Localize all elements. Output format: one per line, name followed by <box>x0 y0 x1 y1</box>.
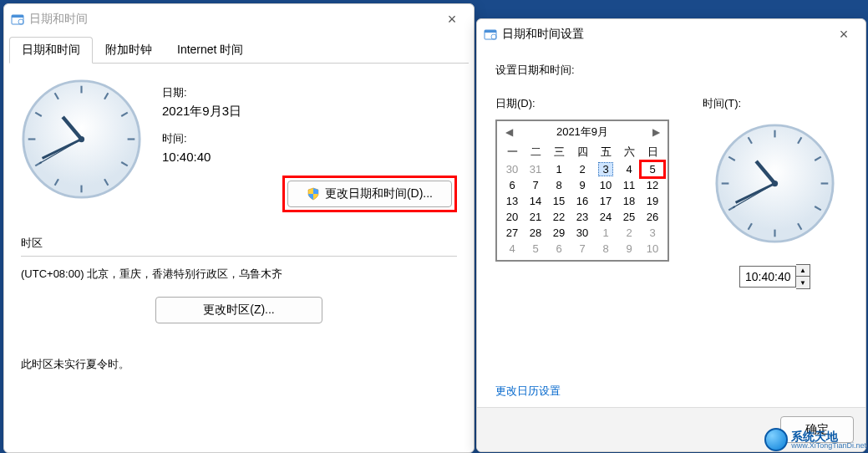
calendar-day[interactable]: 2 <box>617 225 641 241</box>
next-month-icon[interactable]: ▶ <box>649 126 662 138</box>
time-input[interactable] <box>739 266 796 288</box>
svg-rect-21 <box>485 30 496 33</box>
time-spinner: ▲ ▼ <box>739 264 810 289</box>
calendar-day[interactable]: 14 <box>524 193 547 209</box>
ok-button[interactable]: 确定 <box>780 416 854 443</box>
calendar-day[interactable]: 8 <box>547 177 571 193</box>
svg-point-39 <box>772 181 778 186</box>
calendar-day[interactable]: 5 <box>524 241 547 257</box>
calendar-day[interactable]: 4 <box>500 241 524 257</box>
titlebar: 日期和时间 × <box>4 4 474 34</box>
calendar-day[interactable]: 1 <box>594 225 617 241</box>
spin-down-icon[interactable]: ▼ <box>796 277 810 288</box>
calendar: ◀ 2021年9月 ▶ 一二三四五六日303112345678910111213… <box>495 120 669 262</box>
date-label: 日期: <box>162 85 457 100</box>
change-datetime-button[interactable]: 更改日期和时间(D)... <box>287 181 452 207</box>
calendar-day[interactable]: 2 <box>571 161 594 177</box>
dst-note: 此时区未实行夏令时。 <box>21 357 457 372</box>
calendar-day[interactable]: 10 <box>594 177 617 193</box>
calendar-day[interactable]: 17 <box>594 193 617 209</box>
calendar-day[interactable]: 28 <box>524 225 547 241</box>
calendar-day[interactable]: 16 <box>571 193 594 209</box>
spin-up-icon[interactable]: ▲ <box>796 265 810 277</box>
change-timezone-label: 更改时区(Z)... <box>203 303 275 318</box>
calendar-weekday-header: 三 <box>547 143 571 161</box>
calendar-day[interactable]: 7 <box>571 241 594 257</box>
tab-body: 日期: 2021年9月3日 时间: 10:40:40 更改日期和时间(D)... <box>4 64 474 387</box>
window-title: 日期和时间设置 <box>502 27 584 42</box>
calendar-day[interactable]: 5 <box>641 161 664 177</box>
time-label: 时间: <box>162 131 457 146</box>
timezone-label: 时区 <box>21 236 457 251</box>
close-icon[interactable]: × <box>437 4 467 34</box>
calendar-day[interactable]: 23 <box>571 209 594 225</box>
tab-datetime[interactable]: 日期和时间 <box>9 37 93 64</box>
change-timezone-button[interactable]: 更改时区(Z)... <box>155 297 322 323</box>
date-column-label: 日期(D): <box>495 96 674 111</box>
calendar-day[interactable]: 24 <box>594 209 617 225</box>
date-time-settings-window: 日期和时间设置 × 设置日期和时间: 日期(D): ◀ 2021年9月 ▶ 一二… <box>476 18 866 452</box>
calendar-weekday-header: 日 <box>641 143 664 161</box>
calendar-month: 2021年9月 <box>515 125 649 140</box>
timezone-value: (UTC+08:00) 北京，重庆，香港特别行政区，乌鲁木齐 <box>21 267 457 282</box>
set-datetime-label: 设置日期和时间: <box>495 63 847 78</box>
dialog-footer: 确定 <box>477 407 865 451</box>
calendar-day[interactable]: 3 <box>594 161 617 177</box>
svg-point-19 <box>79 136 84 142</box>
calendar-day[interactable]: 18 <box>617 193 641 209</box>
calendar-day[interactable]: 3 <box>641 225 664 241</box>
calendar-day[interactable]: 30 <box>571 225 594 241</box>
change-calendar-settings-link[interactable]: 更改日历设置 <box>495 350 847 399</box>
time-value: 10:40:40 <box>162 150 457 164</box>
tab-additional-clocks[interactable]: 附加时钟 <box>93 37 165 64</box>
calendar-day[interactable]: 12 <box>641 177 664 193</box>
ok-label: 确定 <box>805 422 829 437</box>
calendar-weekday-header: 二 <box>524 143 547 161</box>
calendar-day[interactable]: 9 <box>571 177 594 193</box>
calendar-day[interactable]: 7 <box>524 177 547 193</box>
calendar-weekday-header: 五 <box>594 143 617 161</box>
analog-clock <box>714 123 835 244</box>
calendar-day[interactable]: 31 <box>524 161 547 177</box>
calendar-day[interactable]: 15 <box>547 193 571 209</box>
highlight-frame: 更改日期和时间(D)... <box>282 176 457 212</box>
svg-rect-1 <box>12 15 23 18</box>
time-column-label: 时间(T): <box>703 96 741 111</box>
window-title: 日期和时间 <box>29 12 88 27</box>
calendar-day[interactable]: 11 <box>617 177 641 193</box>
calendar-day[interactable]: 13 <box>500 193 524 209</box>
close-icon[interactable]: × <box>829 19 859 49</box>
calendar-day[interactable]: 9 <box>617 241 641 257</box>
calendar-day[interactable]: 30 <box>500 161 524 177</box>
shield-icon <box>307 187 320 201</box>
svg-point-2 <box>18 19 23 24</box>
prev-month-icon[interactable]: ◀ <box>502 126 515 138</box>
calendar-day[interactable]: 6 <box>500 177 524 193</box>
calendar-day[interactable]: 25 <box>617 209 641 225</box>
calendar-weekday-header: 一 <box>500 143 524 161</box>
date-value: 2021年9月3日 <box>162 104 457 120</box>
app-icon <box>11 13 24 26</box>
calendar-day[interactable]: 20 <box>500 209 524 225</box>
calendar-day[interactable]: 27 <box>500 225 524 241</box>
calendar-day[interactable]: 8 <box>594 241 617 257</box>
titlebar: 日期和时间设置 × <box>477 19 865 49</box>
calendar-day[interactable]: 29 <box>547 225 571 241</box>
date-time-window: 日期和时间 × 日期和时间 附加时钟 Internet 时间 <box>3 3 475 453</box>
calendar-day[interactable]: 21 <box>524 209 547 225</box>
calendar-weekday-header: 六 <box>617 143 641 161</box>
calendar-weekday-header: 四 <box>571 143 594 161</box>
calendar-day[interactable]: 26 <box>641 209 664 225</box>
app-icon <box>484 28 497 41</box>
tab-internet-time[interactable]: Internet 时间 <box>165 37 256 64</box>
analog-clock <box>21 79 142 200</box>
calendar-day[interactable]: 4 <box>617 161 641 177</box>
svg-point-22 <box>491 34 496 39</box>
calendar-day[interactable]: 22 <box>547 209 571 225</box>
divider <box>21 256 457 257</box>
calendar-day[interactable]: 19 <box>641 193 664 209</box>
calendar-day[interactable]: 6 <box>547 241 571 257</box>
calendar-day[interactable]: 1 <box>547 161 571 177</box>
calendar-day[interactable]: 10 <box>641 241 664 257</box>
tab-bar: 日期和时间 附加时钟 Internet 时间 <box>9 34 469 64</box>
